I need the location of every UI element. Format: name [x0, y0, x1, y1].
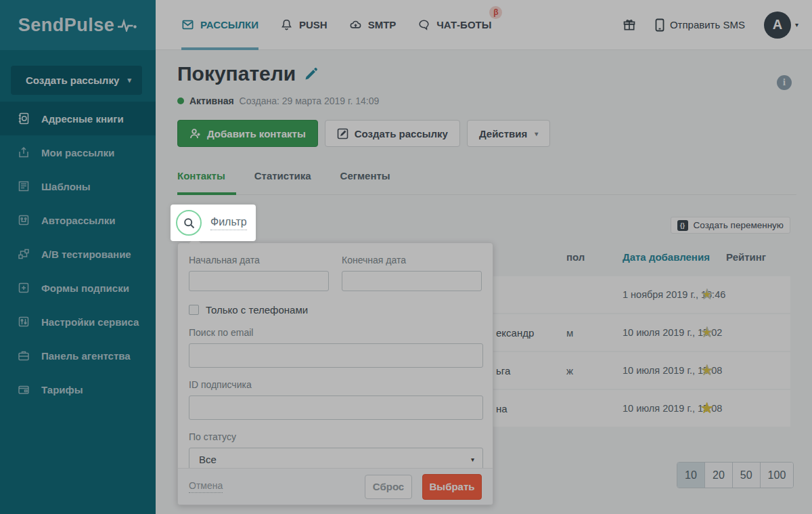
app-window: РАССЫЛКИ PUSH SMTP ЧАТ-БОТЫ β	[0, 0, 812, 514]
filter-search-button[interactable]	[176, 210, 202, 236]
dim-overlay	[0, 0, 812, 514]
search-icon	[183, 217, 195, 229]
filter-label[interactable]: Фильтр	[210, 216, 247, 230]
filter-spotlight: Фильтр	[171, 205, 256, 241]
